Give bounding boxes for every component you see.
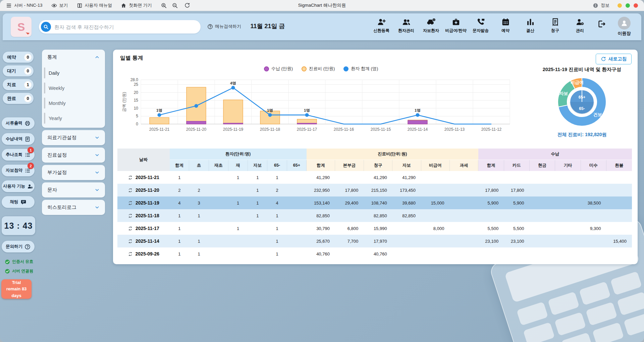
zoom-out-icon [172, 2, 178, 9]
cell-patient [287, 184, 306, 196]
function-pill-추나조회[interactable]: 추나조회1 [2, 149, 35, 161]
table-row-2025-11-20[interactable]: 2025-11-202212232,95017,800215,150173,45… [117, 184, 632, 196]
toolbar-비급여/한약[interactable]: 비급여/한약 [445, 17, 467, 34]
sub-header: 카드 [504, 160, 529, 171]
inquiry-label: 문의하기 [6, 244, 22, 249]
function-pill-수납내역[interactable]: 수납내역 [2, 133, 35, 145]
server-status-label: 서버 연결됨 [12, 268, 33, 274]
cell-patient: 1 [267, 171, 287, 184]
inquiry-button[interactable]: 문의하기 [2, 241, 35, 252]
refresh-button[interactable]: 새로고침 [596, 54, 632, 64]
reload-icon [184, 2, 190, 8]
sync-icon[interactable] [128, 175, 133, 180]
function-pill-사용자-기능[interactable]: 사용자 기능 [2, 180, 35, 192]
toolbar-label: 환자관리 [398, 28, 414, 34]
sub-header: 기타 [555, 160, 581, 171]
menu-item-monthly[interactable]: Monthly [42, 96, 105, 111]
sync-icon[interactable] [128, 226, 133, 231]
cell-patient: 1 [248, 184, 267, 196]
logout-button[interactable] [594, 17, 609, 28]
reload-button[interactable] [184, 2, 190, 8]
status-count-badge: 0 [24, 67, 32, 75]
status-pill-대기[interactable]: 대기0 [3, 65, 34, 76]
menu-section-문자[interactable]: 문자 [42, 182, 105, 197]
minimize-dot[interactable] [618, 3, 622, 8]
cell-pay [606, 196, 632, 209]
function-pill-채팅[interactable]: 채팅 [2, 196, 35, 208]
sync-icon[interactable] [128, 213, 133, 218]
cell-pay [529, 235, 555, 247]
header-toolbar: 신환등록환자관리자보환자비급여/한약문자발송예약결산청구관리 [370, 17, 609, 34]
info-button[interactable]: 정보 [593, 2, 609, 8]
row-date: 2025-11-17 [136, 226, 159, 231]
sync-icon[interactable] [128, 239, 133, 244]
menu-section-진료설정[interactable]: 진료설정 [42, 148, 105, 163]
toolbar-자보환자[interactable]: 자보환자 [420, 17, 442, 34]
current-date: 11월 21일 금 [249, 22, 286, 30]
cell-fee [335, 171, 364, 184]
table-row-2025-11-19[interactable]: 2025-11-1943114153,14029,400108,74039,68… [117, 196, 632, 209]
zoom-in-button[interactable] [161, 2, 167, 9]
table-row-2025-11-14[interactable]: 2025-11-1411125,6707,70017,97023,10023,1… [117, 235, 632, 247]
maximize-dot[interactable] [626, 3, 630, 8]
zoom-out-button[interactable] [172, 2, 178, 9]
legend-item[interactable]: 수납 (만원) [264, 66, 293, 72]
menu-search-button[interactable]: 메뉴검색하기 [207, 23, 241, 30]
table-row-2025-11-17[interactable]: 2025-11-1711130,7906,80015,9908,0005,500… [117, 222, 632, 235]
status-pill-치료[interactable]: 치료1 [3, 79, 34, 90]
cell-patient [287, 171, 306, 184]
menu-section-히스토리로그[interactable]: 히스토리로그 [42, 200, 105, 215]
legend-item[interactable]: 환자 합계 (명) [343, 66, 378, 72]
manual-menu[interactable]: 사용자 매뉴얼 [77, 2, 112, 8]
cell-patient [209, 247, 228, 260]
toolbar-관리[interactable]: 관리 [569, 17, 591, 34]
cell-patient: 2 [170, 184, 189, 196]
cell-fee [449, 184, 478, 196]
status-pill-예약[interactable]: 예약0 [3, 52, 34, 63]
user-profile[interactable]: 이원장 [613, 17, 635, 37]
table-row-2025-09-26[interactable]: 2025-09-2611140,76040,760 [117, 247, 632, 260]
legend-label: 진료비 (만원) [309, 66, 335, 72]
trial-banner[interactable]: Trial remain 83 days [1, 279, 32, 299]
menu-section-부가설정[interactable]: 부가설정 [42, 165, 105, 180]
patient-search[interactable] [39, 20, 201, 34]
toolbar-결산[interactable]: 결산 [519, 17, 541, 34]
toolbar-신환등록[interactable]: 신환등록 [370, 17, 392, 34]
menu-section-의료기관설정[interactable]: 의료기관설정 [42, 130, 105, 145]
menu-item-weekly[interactable]: Weekly [42, 80, 105, 96]
legend-item[interactable]: 진료비 (만원) [302, 66, 335, 72]
close-dot[interactable] [634, 3, 638, 8]
status-pill-완료[interactable]: 완료0 [3, 93, 34, 104]
svg-text:건보: 건보 [593, 112, 602, 117]
sync-icon[interactable] [128, 251, 133, 256]
cell-pay [478, 247, 504, 260]
home-menu[interactable]: 첫화면 가기 [121, 2, 152, 8]
sync-icon[interactable] [128, 188, 133, 193]
menu-search-label: 메뉴검색하기 [215, 23, 241, 30]
toolbar-환자관리[interactable]: 환자관리 [395, 17, 417, 34]
view-menu[interactable]: 보기 [51, 2, 68, 8]
function-pill-자보첩약[interactable]: 자보첩약2 [2, 165, 35, 176]
group-header: 진료비(단위:원) [307, 149, 478, 160]
table-row-2025-11-21[interactable]: 2025-11-21111141,29041,29041,290 [117, 171, 632, 184]
server-menu[interactable]: 서버 - NNC-13 [6, 2, 43, 8]
toolbar-예약[interactable]: 예약 [494, 17, 517, 34]
cell-pay: 17,800 [478, 184, 504, 196]
cell-pay [529, 171, 555, 184]
search-input[interactable] [54, 24, 196, 30]
toolbar-청구[interactable]: 청구 [544, 17, 566, 34]
svg-text:자보: 자보 [559, 91, 568, 96]
chevron-down-icon [95, 205, 100, 210]
user-name: 이원장 [618, 31, 631, 37]
menu-section-stats[interactable]: 통계 [42, 50, 105, 65]
cell-fee [392, 222, 421, 235]
sync-icon[interactable] [128, 201, 133, 206]
svg-text:2025-11-13: 2025-11-13 [444, 127, 465, 132]
stats-table: 날짜환자(단위:명)진료비(단위:원)수납합계초재초재자보65-65+합계본부금… [117, 149, 632, 260]
menu-item-daily[interactable]: Daily [42, 65, 105, 80]
menu-item-yearly[interactable]: Yearly [42, 111, 105, 126]
table-row-2025-11-18[interactable]: 2025-11-18111182,85082,85082,850 [117, 209, 632, 222]
toolbar-문자발송[interactable]: 문자발송 [470, 17, 492, 34]
svg-text:2025-11-19: 2025-11-19 [223, 127, 244, 132]
function-pill-서류출력[interactable]: 서류출력 [2, 117, 35, 129]
